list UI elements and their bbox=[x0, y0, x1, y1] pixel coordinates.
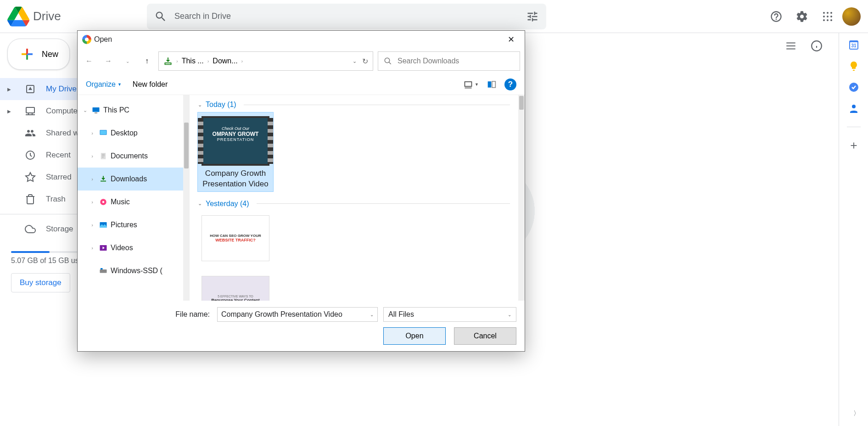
refresh-icon[interactable]: ↻ bbox=[362, 57, 368, 66]
contacts-app-icon[interactable] bbox=[847, 102, 860, 115]
expand-icon[interactable]: › bbox=[89, 245, 96, 251]
view-mode-dropdown[interactable]: ▼ bbox=[464, 80, 479, 89]
pc-icon bbox=[91, 106, 101, 115]
preview-pane-button[interactable] bbox=[487, 80, 496, 89]
dialog-close-button[interactable]: ✕ bbox=[502, 33, 520, 46]
svg-point-2 bbox=[830, 12, 832, 14]
file-item[interactable]: HOW CAN SEO GROW YOUR WEBSITE TRAFFIC? bbox=[198, 212, 273, 266]
search-icon bbox=[154, 10, 167, 23]
tree-desktop[interactable]: › Desktop bbox=[78, 122, 183, 145]
people-icon bbox=[24, 127, 37, 140]
search-options-icon[interactable] bbox=[526, 10, 539, 23]
expand-icon[interactable]: › bbox=[89, 130, 96, 136]
cancel-button[interactable]: Cancel bbox=[454, 327, 516, 345]
filename-input[interactable]: Company Growth Presentation Video ⌄ bbox=[217, 307, 378, 322]
search-bar[interactable]: Search in Drive bbox=[147, 4, 546, 29]
header-actions bbox=[765, 6, 861, 28]
search-icon bbox=[384, 57, 392, 65]
breadcrumb-this-pc[interactable]: This ... bbox=[182, 57, 204, 65]
caret-icon: ▶ bbox=[4, 109, 15, 114]
new-button[interactable]: New bbox=[7, 39, 70, 70]
tasks-app-icon[interactable] bbox=[847, 81, 860, 94]
address-bar[interactable]: › This ... › Down... › ⌄ ↻ bbox=[158, 51, 373, 71]
svg-point-0 bbox=[823, 12, 825, 14]
image-thumbnail: 5 EFFECTIVE WAYS TO Repurpose Your Conte… bbox=[202, 276, 269, 301]
image-thumbnail: HOW CAN SEO GROW YOUR WEBSITE TRAFFIC? bbox=[202, 215, 269, 261]
dialog-search[interactable]: Search Downloads bbox=[378, 51, 520, 71]
download-folder-icon bbox=[163, 56, 173, 66]
expand-icon[interactable]: › bbox=[89, 199, 96, 205]
file-open-dialog: Open ✕ ← → ⌄ ↑ › This ... › Down... › ⌄ … bbox=[77, 30, 525, 352]
filetype-select[interactable]: All Files ⌄ bbox=[383, 307, 516, 322]
tree-documents[interactable]: › Documents bbox=[78, 145, 183, 168]
address-dropdown-icon[interactable]: ⌄ bbox=[353, 58, 357, 64]
file-item[interactable]: 5 EFFECTIVE WAYS TO Repurpose Your Conte… bbox=[198, 272, 273, 301]
group-today[interactable]: ⌄ Today (1) bbox=[198, 101, 510, 109]
dropdown-icon[interactable]: ⌄ bbox=[370, 312, 374, 317]
calendar-app-icon[interactable]: 31 bbox=[847, 39, 860, 51]
computers-icon bbox=[24, 105, 37, 118]
collapse-icon[interactable]: ⌄ bbox=[81, 107, 89, 113]
gear-icon bbox=[795, 10, 808, 23]
content-scrollbar[interactable] bbox=[518, 95, 525, 301]
dropdown-icon: ⌄ bbox=[508, 312, 511, 317]
tree-windows-ssd[interactable]: Windows-SSD ( bbox=[78, 259, 183, 282]
organize-dropdown[interactable]: Organize ▼ bbox=[86, 80, 122, 89]
dialog-title: Open bbox=[94, 35, 112, 44]
apps-icon bbox=[822, 11, 833, 22]
support-button[interactable] bbox=[765, 6, 787, 28]
svg-rect-24 bbox=[93, 107, 100, 112]
details-button[interactable] bbox=[806, 35, 828, 57]
group-yesterday[interactable]: ⌄ Yesterday (4) bbox=[198, 200, 510, 208]
expand-icon[interactable]: › bbox=[89, 153, 96, 159]
list-view-button[interactable] bbox=[780, 35, 802, 57]
search-wrap: Search in Drive bbox=[147, 4, 765, 29]
keep-app-icon[interactable] bbox=[847, 60, 860, 73]
nav-forward-button[interactable]: → bbox=[101, 54, 115, 68]
breadcrumb-downloads[interactable]: Down... bbox=[213, 57, 237, 65]
settings-button[interactable] bbox=[791, 6, 813, 28]
list-icon bbox=[785, 40, 797, 52]
expand-icon[interactable]: › bbox=[89, 222, 96, 228]
chevron-icon: › bbox=[207, 58, 209, 64]
video-thumbnail: Check Out Our OMPANY GROWT PRESENTATION bbox=[202, 116, 269, 166]
nav-up-button[interactable]: ↑ bbox=[140, 54, 154, 68]
chevron-icon: › bbox=[176, 58, 178, 64]
nav-label: Starred bbox=[46, 173, 72, 182]
tree-videos[interactable]: › Videos bbox=[78, 236, 183, 259]
tree-scrollbar[interactable] bbox=[183, 95, 190, 301]
svg-point-20 bbox=[385, 58, 390, 63]
tree-music[interactable]: › Music bbox=[78, 191, 183, 213]
drive-icon bbox=[24, 83, 37, 95]
svg-rect-22 bbox=[488, 81, 492, 87]
nav-recent-dropdown[interactable]: ⌄ bbox=[121, 54, 134, 68]
expand-icon[interactable]: › bbox=[89, 176, 96, 182]
nav-label: My Drive bbox=[46, 84, 77, 94]
svg-point-1 bbox=[827, 12, 829, 14]
file-item-selected[interactable]: Check Out Our OMPANY GROWT PRESENTATION … bbox=[198, 112, 273, 191]
side-panel-toggle[interactable]: 〉 bbox=[853, 409, 860, 418]
documents-icon bbox=[99, 151, 108, 161]
tree-downloads[interactable]: › Downloads bbox=[78, 168, 183, 191]
folder-tree: ⌄ This PC › Desktop › Documents › Downlo… bbox=[78, 95, 183, 301]
user-avatar[interactable] bbox=[842, 7, 861, 26]
dialog-toolbar: Organize ▼ New folder ▼ ? bbox=[78, 74, 525, 95]
plus-icon bbox=[19, 46, 35, 62]
get-addons-button[interactable] bbox=[847, 139, 860, 152]
apps-button[interactable] bbox=[817, 6, 839, 28]
help-button[interactable]: ? bbox=[504, 78, 516, 90]
svg-point-7 bbox=[827, 19, 829, 21]
svg-rect-10 bbox=[26, 107, 34, 113]
nav-label: Recent bbox=[46, 151, 71, 160]
svg-rect-23 bbox=[492, 81, 496, 87]
open-button[interactable]: Open bbox=[383, 327, 446, 345]
tree-pictures[interactable]: › Pictures bbox=[78, 213, 183, 236]
file-name: Company Growth Presentation Video bbox=[200, 168, 271, 190]
tree-this-pc[interactable]: ⌄ This PC bbox=[78, 99, 183, 122]
nav-back-button[interactable]: ← bbox=[82, 54, 96, 68]
drive-logo[interactable]: Drive bbox=[7, 6, 147, 28]
buy-storage-button[interactable]: Buy storage bbox=[11, 273, 70, 292]
new-folder-button[interactable]: New folder bbox=[133, 80, 168, 89]
search-placeholder: Search in Drive bbox=[174, 11, 526, 21]
desktop-icon bbox=[99, 129, 108, 138]
